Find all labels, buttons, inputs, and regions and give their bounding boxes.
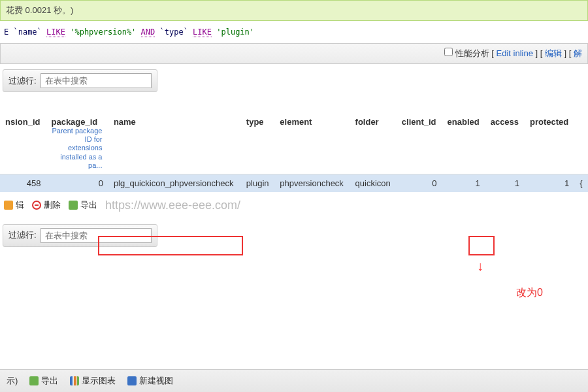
col-more [574, 113, 588, 174]
view-icon [127, 376, 137, 385]
edit-inline-link[interactable]: Edit inline [497, 48, 533, 58]
watermark: https://www.eee-eee.com/ [105, 199, 240, 212]
query-tools-bar: 性能分析 [ Edit inline ] [ 编辑 ] [ 解 [0, 43, 588, 64]
delete-action[interactable]: 删除 [32, 199, 61, 211]
row-actions: 辑 删除 导出 https://www.eee-eee.com/ [0, 192, 588, 219]
col-element[interactable]: element [274, 113, 350, 174]
filter-label: 过滤行: [8, 75, 37, 87]
edit-link[interactable]: 编辑 [545, 48, 562, 58]
footer-bar: 示) 导出 显示图表 新建视图 [0, 369, 588, 392]
footer-newview[interactable]: 新建视图 [127, 375, 173, 387]
arrow-icon: ↓ [477, 259, 483, 274]
col-name[interactable]: name [108, 113, 241, 174]
cell-element: phpversioncheck [274, 174, 350, 192]
results-table-wrapper: nsion_id package_idParent package ID for… [0, 113, 588, 192]
sql-query-area: E `name` LIKE '%phpversion%' AND `type` … [0, 21, 588, 43]
highlight-enabled-cell [468, 236, 495, 255]
col-client-id[interactable]: client_id [397, 113, 442, 174]
more-link[interactable]: 解 [574, 48, 582, 58]
cell-protected: 1 [525, 174, 574, 192]
cell-folder: quickicon [350, 174, 397, 192]
col-type[interactable]: type [241, 113, 274, 174]
status-text: 花费 0.0021 秒。) [6, 5, 73, 15]
export-action[interactable]: 导出 [69, 199, 97, 211]
col-protected[interactable]: protected [525, 113, 574, 174]
edit-action[interactable]: 辑 [4, 199, 24, 211]
col-folder[interactable]: folder [350, 113, 397, 174]
col-enabled[interactable]: enabled [442, 113, 485, 174]
col-package-id[interactable]: package_idParent package ID for extensio… [46, 113, 108, 174]
perf-checkbox[interactable] [444, 48, 453, 56]
export-icon [29, 376, 39, 385]
export-icon [69, 201, 78, 210]
filter-input-top[interactable] [41, 73, 152, 88]
edit-icon [4, 201, 13, 210]
sql-query-text: E `name` LIKE '%phpversion%' AND `type` … [4, 27, 584, 37]
table-header-row: nsion_id package_idParent package ID for… [0, 113, 588, 174]
cell-access: 1 [485, 174, 525, 192]
results-table: nsion_id package_idParent package ID for… [0, 113, 588, 192]
footer-show: 示) [7, 375, 18, 387]
footer-chart[interactable]: 显示图表 [70, 375, 116, 387]
cell-enabled: 1 [442, 174, 485, 192]
chart-icon [70, 376, 79, 385]
filter-label-bottom: 过滤行: [8, 229, 37, 241]
delete-icon [32, 201, 41, 210]
cell-name: plg_quickicon_phpversioncheck [108, 174, 241, 192]
cell-client-id: 0 [397, 174, 442, 192]
col-access[interactable]: access [485, 113, 525, 174]
perf-label: 性能分析 [455, 48, 489, 58]
status-message: 花费 0.0021 秒。) [0, 0, 588, 21]
cell-tail: { [574, 174, 588, 192]
annotation-text: 改为0 [516, 286, 543, 300]
col-extension-id[interactable]: nsion_id [0, 113, 46, 174]
filter-bar-top: 过滤行: [3, 69, 157, 92]
cell-package-id: 0 [46, 174, 108, 192]
filter-bar-bottom: 过滤行: [3, 224, 157, 247]
table-row[interactable]: 458 0 plg_quickicon_phpversioncheck plug… [0, 174, 588, 192]
footer-export[interactable]: 导出 [29, 375, 58, 387]
filter-input-bottom[interactable] [41, 228, 152, 243]
cell-extension-id: 458 [0, 174, 46, 192]
cell-type: plugin [241, 174, 274, 192]
